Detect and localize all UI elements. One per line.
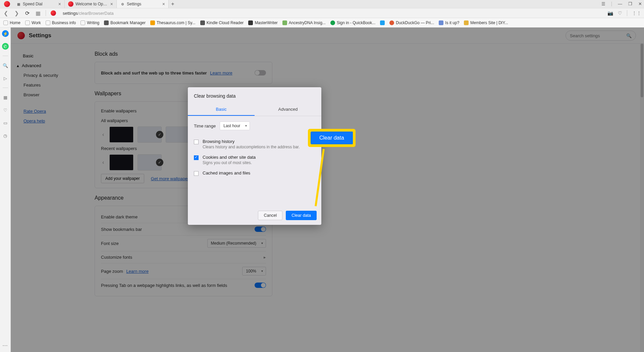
opera-icon [51,10,56,16]
bookmark-ancestry[interactable]: AncestryDNA Insig... [282,20,326,25]
bookmark-thesaurus[interactable]: Thesaurus.com | Sy... [150,20,196,25]
url-path: /clearBrowserData [78,11,114,16]
page-icon [464,20,469,25]
news-icon[interactable]: ▭ [2,119,9,126]
bookmark-home[interactable]: Home [3,20,20,25]
easy-setup-icon[interactable]: ⋮⋮ [632,10,641,16]
heart-icon[interactable]: ♡ [618,10,622,16]
opt-browsing-history[interactable]: Browsing historyClears history and autoc… [194,136,315,152]
folder-icon [3,20,8,25]
page-icon [389,20,394,25]
bookmark-quickbooks[interactable]: Sign in - QuickBook... [330,20,375,25]
dialog-tab-advanced[interactable]: Advanced [255,103,321,116]
folder-icon [46,20,50,25]
page-icon [200,20,205,25]
tab-label: Welcome to Opera! [75,2,108,6]
tab-label: Settings [127,2,160,6]
close-icon[interactable]: × [110,1,113,7]
opera-icon [68,1,73,7]
page-icon [330,20,335,25]
tab-settings[interactable]: ⚙ Settings × [117,0,169,8]
reload-button[interactable]: ⟳ [24,10,30,16]
time-range-select[interactable]: Last hour [220,121,250,130]
history-icon[interactable]: ◷ [2,132,9,139]
bookmarks-bar: Home Work Business info Writing Bookmark… [0,18,644,28]
checkbox[interactable] [194,155,199,160]
opt-cached[interactable]: Cached images and files [194,168,315,179]
cancel-button[interactable]: Cancel [258,211,282,220]
page-icon [104,20,109,25]
bookmark-duckduckgo[interactable]: DuckDuckGo — Pri... [389,20,434,25]
messenger-icon[interactable]: ⚡ [2,30,9,37]
new-tab-button[interactable]: + [169,1,177,7]
bookmark-masterwriter[interactable]: MasterWriter [248,20,277,25]
address-bar[interactable]: settings/clearBrowserData [61,11,603,16]
page-icon [282,20,287,25]
close-icon[interactable]: × [162,1,165,7]
grid-icon: ▦ [16,2,21,6]
workspaces-icon[interactable]: ☰ [601,1,605,6]
callout-highlight: Clear data [308,129,356,147]
checkbox[interactable] [194,140,199,144]
maximize-button[interactable]: ❐ [628,1,632,6]
tab-label: Speed Dial [23,2,56,6]
clear-data-button[interactable]: Clear data [286,211,317,220]
bookmark-members[interactable]: Members Site | DIY... [464,20,508,25]
bookmark-writing[interactable]: Writing [80,20,99,25]
close-icon[interactable]: × [58,1,61,7]
modal-scrim [11,28,644,352]
minimize-button[interactable]: — [618,1,622,6]
dialog-tab-basic[interactable]: Basic [188,103,255,116]
whatsapp-icon[interactable]: ✆ [2,43,9,50]
bookmark-twitter[interactable] [380,20,385,25]
snapshot-icon[interactable]: 📷 [607,10,613,16]
bookmark-kindle[interactable]: Kindle Cloud Reader [200,20,244,25]
url-origin: settings [63,11,78,16]
gear-icon: ⚙ [120,2,125,6]
bookmark-isitup[interactable]: Is it up? [439,20,459,25]
tab-welcome[interactable]: Welcome to Opera! × [65,0,117,8]
forward-button[interactable]: ❯ [13,10,19,16]
search-icon[interactable]: 🔍 [2,62,9,69]
close-window-button[interactable]: ✕ [638,1,642,6]
opt-cookies[interactable]: Cookies and other site dataSigns you out… [194,152,315,168]
tab-speed-dial[interactable]: ▦ Speed Dial × [13,0,65,8]
tiles-button[interactable]: ▦ [35,10,41,16]
folder-icon [80,20,85,25]
clear-browsing-data-dialog: Clear browsing data Basic Advanced Time … [188,87,321,225]
twitter-icon [380,20,385,25]
time-range-label: Time range [194,123,216,129]
checkbox[interactable] [194,171,199,176]
bookmark-bmgr[interactable]: Bookmark Manager [104,20,146,25]
page-icon [150,20,155,25]
bookmark-business[interactable]: Business info [46,20,76,25]
callout-label: Clear data [311,132,353,144]
bookmark-work[interactable]: Work [25,20,41,25]
page-icon [439,20,443,25]
heart-icon[interactable]: ♡ [2,107,9,113]
sidebar-rail: ⚡ ✆ 🔍 ▷ ▦ ♡ ▭ ◷ ⋯ [0,28,11,352]
dialog-title: Clear browsing data [188,87,321,103]
back-button[interactable]: ❮ [3,10,9,16]
opera-menu-button[interactable] [4,1,10,7]
page-icon [248,20,253,25]
folder-icon [25,20,30,25]
sidebar-more-button[interactable]: ⋯ [2,342,8,349]
speed-dial-icon[interactable]: ▦ [2,94,9,101]
flow-icon[interactable]: ▷ [2,75,9,82]
